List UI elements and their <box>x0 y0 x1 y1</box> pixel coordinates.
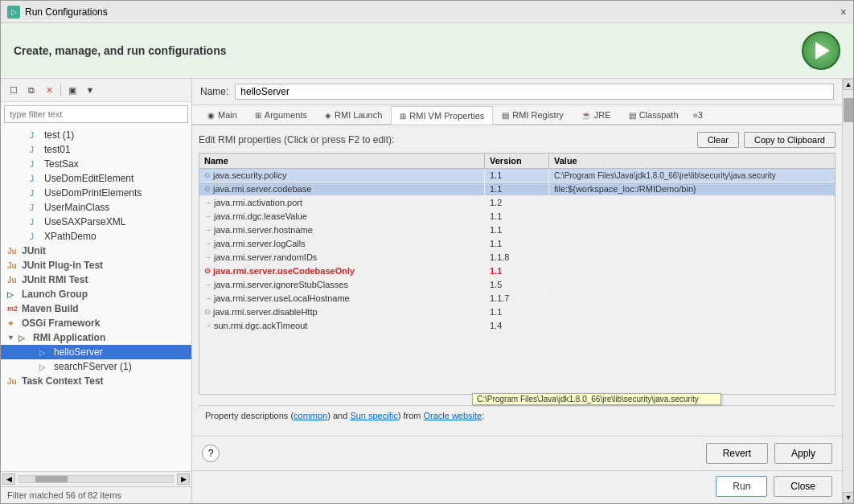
filter-dropdown-button[interactable]: ▼ <box>82 82 98 98</box>
table-row[interactable]: → java.rmi.server.logCalls 1.1 <box>199 237 835 251</box>
close-button[interactable]: Close <box>774 476 832 497</box>
rmi-header: Edit RMI properties (Click or press F2 t… <box>199 132 836 148</box>
new-config-button[interactable]: ☐ <box>6 82 22 98</box>
window-title: Run Configurations <box>25 6 108 18</box>
right-scrollbar[interactable]: ▲ ▼ <box>842 79 853 503</box>
prop-name: → sun.rmi.dgc.ackTimeout <box>199 319 485 332</box>
server-icon: ▷ <box>39 348 51 357</box>
tab-classpath[interactable]: ▤ Classpath <box>620 105 688 124</box>
prop-value <box>549 264 835 277</box>
table-row[interactable]: → sun.rmi.dgc.ackTimeout 1.4 <box>199 319 835 333</box>
tab-rmi-launch[interactable]: ◈ RMI Launch <box>316 105 391 124</box>
apply-button[interactable]: Apply <box>774 443 832 464</box>
clear-button[interactable]: Clear <box>697 132 739 148</box>
revert-button[interactable]: Revert <box>706 443 768 464</box>
table-row[interactable]: ⊙ java.rmi.server.disableHttp 1.1 <box>199 305 835 319</box>
tree-item-maven[interactable]: m2 Maven Build <box>1 301 191 316</box>
tree-item-label: RMI Application <box>33 332 105 343</box>
filter-button[interactable]: ▣ <box>64 82 80 98</box>
prop-version: 1.1 <box>485 223 549 236</box>
duplicate-config-button[interactable]: ⧉ <box>23 82 39 98</box>
properties-table: Name Version Value ⊙ java.security.polic… <box>199 153 836 395</box>
tree-item-label: UserMainClass <box>44 202 109 213</box>
tree-item-helloserver[interactable]: ▷ helloServer <box>1 345 191 359</box>
tree-item-test01[interactable]: J test01 <box>1 142 191 157</box>
scroll-track[interactable] <box>843 90 853 492</box>
horizontal-scrollbar[interactable] <box>18 475 174 483</box>
tree-item-junitrmi[interactable]: Ju JUnit RMI Test <box>1 272 191 287</box>
tab-arguments[interactable]: ⊞ Arguments <box>246 105 316 124</box>
prop-icon: ⊙ <box>204 185 211 193</box>
name-input[interactable] <box>235 84 834 100</box>
tree-item-searchfserver[interactable]: ▷ searchFServer (1) <box>1 359 191 374</box>
tree-item-label: OSGi Framework <box>22 318 100 329</box>
tab-rmi-registry[interactable]: ▤ RMI Registry <box>493 105 573 124</box>
tree-item-test1[interactable]: J test (1) <box>1 128 191 142</box>
table-row[interactable]: → java.rmi.server.hostname 1.1 <box>199 223 835 237</box>
tree-item-taskcontext[interactable]: Ju Task Context Test <box>1 374 191 388</box>
prop-value: file:${workspace_loc:/RMIDemo/bin} <box>549 182 835 195</box>
sun-specific-link[interactable]: Sun specific <box>350 411 397 420</box>
prop-version: 1.1 <box>485 182 549 195</box>
tree-item-usedomprint[interactable]: J UseDomPrintElements <box>1 186 191 200</box>
tree-item-osgi[interactable]: ✦ OSGi Framework <box>1 316 191 330</box>
scroll-down-button[interactable]: ▼ <box>843 492 853 503</box>
left-scrollbar[interactable]: ◀ ▶ <box>1 471 191 486</box>
run-button[interactable] <box>802 31 840 70</box>
jre-tab-icon: ☕ <box>581 111 591 120</box>
scroll-up-button[interactable]: ▲ <box>843 79 853 90</box>
tree-item-testsax[interactable]: J TestSax <box>1 157 191 171</box>
prop-name: ⊙ java.rmi.server.codebase <box>199 182 485 195</box>
rmi-app-icon: ▷ <box>18 334 30 342</box>
prop-name: → java.rmi.server.ignoreStubClasses <box>199 278 485 291</box>
tab-jre-label: JRE <box>594 110 611 120</box>
table-row[interactable]: → java.rmi.server.ignoreStubClasses 1.5 <box>199 278 835 292</box>
java-icon: J <box>30 131 41 140</box>
tree-item-junit[interactable]: Ju JUnit <box>1 244 191 258</box>
tree-item-junitplugin[interactable]: Ju JUnit Plug-in Test <box>1 258 191 272</box>
tree-item-rmiapp[interactable]: ▼ ▷ RMI Application <box>1 330 191 345</box>
tree-item-launchgroup[interactable]: ▷ Launch Group <box>1 287 191 301</box>
tree-item-usesax[interactable]: J UseSAXParseXML <box>1 215 191 229</box>
prop-name: → java.rmi.activation.port <box>199 196 485 209</box>
tab-jre[interactable]: ☕ JRE <box>573 105 620 124</box>
table-row[interactable]: → java.rmi.server.randomIDs 1.1.8 <box>199 251 835 264</box>
close-window-button[interactable]: × <box>840 6 847 18</box>
copy-clipboard-button[interactable]: Copy to Clipboard <box>744 132 836 148</box>
collapse-arrow-icon: ▼ <box>7 334 15 342</box>
tab-rmi-vm[interactable]: ⊞ RMI VM Properties <box>391 106 493 125</box>
tab-main[interactable]: ◉ Main <box>199 105 246 124</box>
common-link[interactable]: common <box>294 411 327 420</box>
tree-item-usermain[interactable]: J UserMainClass <box>1 200 191 215</box>
table-row[interactable]: ⊙ java.security.policy 1.1 C:\Program Fi… <box>199 169 835 182</box>
tree-item-label: XPathDemo <box>44 231 96 242</box>
scroll-right-button[interactable]: ▶ <box>177 473 190 485</box>
tree-item-xpath[interactable]: J XPathDemo <box>1 229 191 244</box>
tree-item-label: UseDomPrintElements <box>44 187 142 199</box>
tab-overflow[interactable]: »3 <box>688 105 708 124</box>
prop-name: → java.rmi.server.useLocalHostname <box>199 292 485 305</box>
toolbar-separator <box>60 84 61 96</box>
scrollbar-thumb <box>35 476 68 482</box>
help-button[interactable]: ? <box>202 445 220 462</box>
table-row[interactable]: ⊙ java.rmi.server.codebase 1.1 file:${wo… <box>199 182 835 196</box>
filter-status: Filter matched 56 of 82 items <box>1 486 191 503</box>
prop-desc-text: Property descriptions ( <box>205 411 294 420</box>
name-bar: Name: <box>192 79 842 105</box>
prop-value <box>549 223 835 236</box>
scroll-left-button[interactable]: ◀ <box>2 473 15 485</box>
main-tab-icon: ◉ <box>207 111 215 120</box>
tree-item-usedom[interactable]: J UseDomEditElement <box>1 171 191 186</box>
arrow-icon: → <box>204 240 211 248</box>
run-config-button[interactable]: Run <box>716 476 767 497</box>
table-row[interactable]: → java.rmi.server.useLocalHostname 1.1.7 <box>199 292 835 305</box>
delete-config-button[interactable]: ✕ <box>41 82 57 98</box>
filter-input[interactable] <box>4 105 188 123</box>
oracle-link[interactable]: Oracle website <box>423 411 482 420</box>
table-row[interactable]: → java.rmi.dgc.leaseValue 1.1 <box>199 210 835 223</box>
table-row[interactable]: → java.rmi.activation.port 1.2 <box>199 196 835 210</box>
prop-name: → java.rmi.server.hostname <box>199 223 485 236</box>
table-row[interactable]: ⊙ java.rmi.server.useCodebaseOnly 1.1 <box>199 264 835 278</box>
tab-main-label: Main <box>218 110 237 120</box>
tab-rmi-launch-label: RMI Launch <box>335 110 382 120</box>
